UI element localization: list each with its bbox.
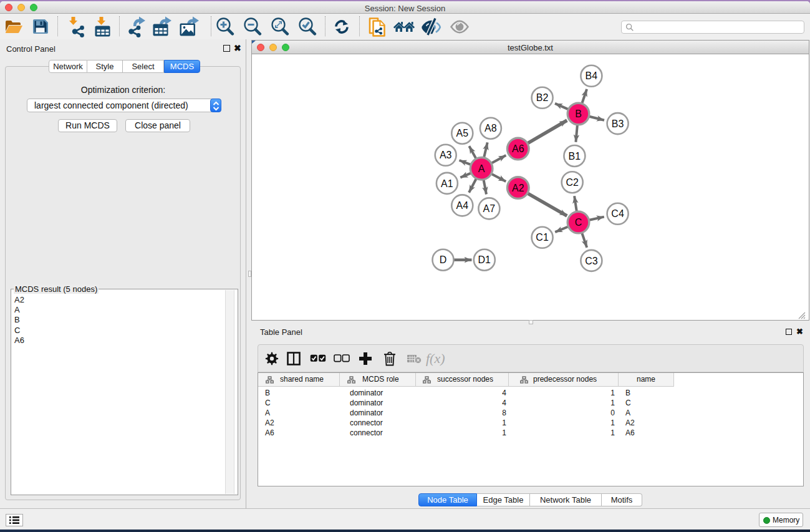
svg-text:C2: C2: [566, 177, 579, 188]
svg-text:A4: A4: [456, 200, 469, 211]
svg-text:B2: B2: [536, 92, 549, 103]
svg-text:A7: A7: [483, 203, 496, 214]
svg-text:A1: A1: [441, 178, 453, 189]
svg-text:B: B: [575, 109, 582, 119]
svg-text:A: A: [478, 163, 485, 174]
svg-text:C1: C1: [536, 232, 549, 243]
svg-text:B1: B1: [569, 151, 581, 162]
svg-text:A6: A6: [512, 143, 524, 154]
svg-text:A3: A3: [440, 150, 452, 160]
svg-text:B3: B3: [612, 118, 624, 129]
svg-text:C: C: [575, 217, 582, 228]
svg-text:A8: A8: [485, 123, 497, 133]
svg-text:C3: C3: [585, 256, 598, 266]
svg-text:C4: C4: [611, 208, 624, 219]
svg-text:D: D: [440, 254, 447, 265]
svg-text:D1: D1: [478, 254, 491, 265]
svg-text:f(x): f(x): [426, 351, 445, 366]
svg-text:A2: A2: [512, 183, 524, 193]
svg-text:B4: B4: [586, 70, 598, 81]
svg-text:A5: A5: [456, 128, 469, 138]
